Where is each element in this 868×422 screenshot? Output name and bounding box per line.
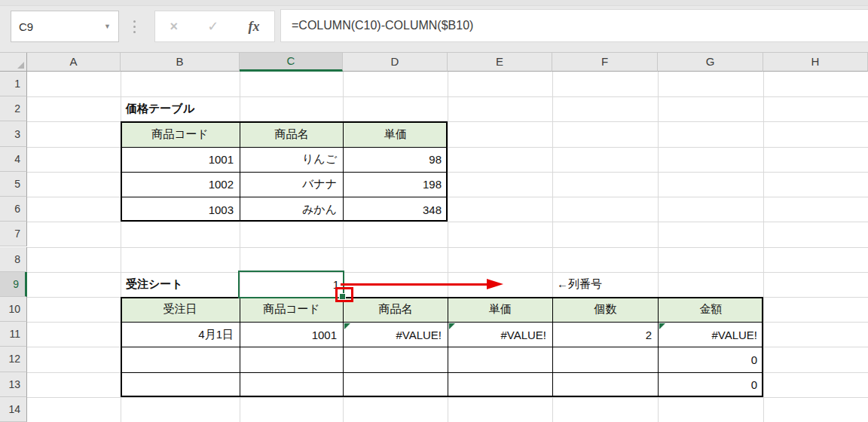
price-table-title-cell[interactable]: 価格テーブル <box>126 96 194 121</box>
order-sheet-title-cell[interactable]: 受注シート <box>126 272 183 297</box>
column-number-annotation-cell[interactable]: ←列番号 <box>557 272 602 297</box>
spreadsheet-window: C9 ▼ × ✓ fx =COLUMN(C10)-COLUMN($B10) AB… <box>0 0 868 422</box>
worksheet-overlays: 価格テーブル 受注シート 1 ←列番号 <box>0 0 868 422</box>
red-arrow-line <box>341 283 488 286</box>
selected-cell-value[interactable]: 1 <box>241 272 339 297</box>
red-highlight-box <box>335 287 353 302</box>
red-arrow-head-icon <box>487 279 503 289</box>
